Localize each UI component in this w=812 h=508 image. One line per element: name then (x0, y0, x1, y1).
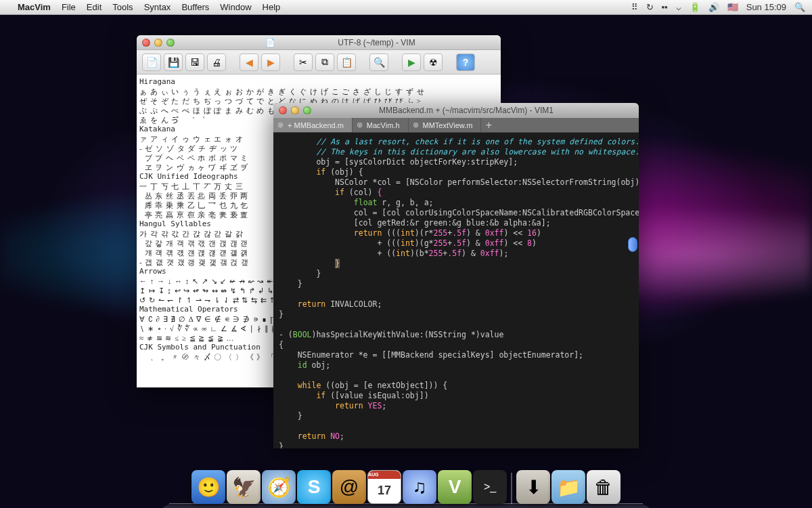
close-tab-icon[interactable]: ⊗ (413, 121, 419, 129)
close-button[interactable] (279, 106, 287, 114)
code-line: return (((int)(r*255+.5f) & 0xff) << 16) (279, 228, 633, 238)
dock-trash-icon[interactable]: 🗑 (587, 470, 621, 504)
menu-tools[interactable]: Tools (112, 2, 133, 12)
code-line: - (BOOL)hasSpecialKeyWithValue:(NSString… (279, 330, 633, 340)
scrollbar-thumb[interactable] (628, 237, 637, 252)
tab[interactable]: ⊗+ MMBackend.m (273, 118, 353, 132)
clock[interactable]: Sun 15:09 (746, 2, 786, 12)
close-tab-icon[interactable]: ⊗ (277, 121, 284, 129)
code-line: if (obj) { (279, 167, 633, 177)
print-icon[interactable]: 🖨 (207, 54, 226, 71)
code-line: NSColor *col = [NSColor performSelector:… (279, 177, 633, 188)
section-heading: Hiragana (139, 77, 498, 87)
app-menu[interactable]: MacVim (18, 2, 51, 12)
code-line: return NO; (279, 431, 633, 442)
timemachine-icon[interactable]: ↻ (646, 2, 654, 12)
volume-icon[interactable]: 🔊 (708, 2, 719, 12)
back-icon[interactable]: ◀ (240, 54, 258, 71)
code-line: } (279, 310, 633, 320)
dock-mail-icon[interactable]: @ (332, 470, 366, 504)
spotlight-icon[interactable]: 🔍 (794, 2, 805, 12)
code-line: return INVALCOLOR; (279, 299, 633, 310)
find-replace-icon[interactable]: 🔍 (369, 54, 388, 71)
tab[interactable]: ⊗MMTextView.m (409, 118, 482, 132)
minimize-button[interactable] (154, 39, 162, 47)
zoom-button[interactable] (303, 106, 311, 114)
dock-finder-icon[interactable]: 🙂 (191, 470, 225, 504)
tab-label: MMTextView.m (423, 121, 473, 129)
new-tab-button[interactable]: + (481, 118, 496, 132)
code-line (279, 289, 633, 299)
dock: 🙂🦅🧭S@17AUG♫V>_⬇📁🗑 (191, 470, 621, 504)
dock-divider (511, 473, 512, 504)
code-line: id obj; (279, 360, 633, 371)
menu-help[interactable]: Help (263, 2, 281, 12)
code-line: float r, g, b, a; (279, 198, 633, 208)
code-line: col = [col colorUsingColorSpaceName:NSCa… (279, 208, 633, 218)
menu-syntax[interactable]: Syntax (144, 2, 171, 12)
tab-label: + MMBackend.m (288, 121, 344, 129)
code-line: return YES; (279, 401, 633, 411)
window-code[interactable]: MMBackend.m + (~/macvim/src/MacVim) - VI… (273, 103, 639, 448)
zoom-button[interactable] (166, 39, 175, 47)
text-line: ぁ あ ぃ い ぅ う ぇ え ぉ お か が き ぎ く ぐ け げ こ ご … (139, 87, 498, 96)
code-line: } (279, 269, 633, 279)
dock-itunes-icon[interactable]: ♫ (403, 470, 436, 504)
forward-icon[interactable]: ▶ (261, 54, 280, 71)
help-icon[interactable]: ? (456, 54, 475, 71)
dock-safari-icon[interactable]: 🧭 (262, 470, 296, 504)
menu-buffers[interactable]: Buffers (181, 2, 209, 12)
code-line: [col getRed:&r green:&g blue:&b alpha:&a… (279, 218, 633, 228)
dock-macvim-icon[interactable]: V (438, 470, 472, 504)
save-all-icon[interactable]: 🖫 (185, 54, 204, 71)
minimize-button[interactable] (291, 106, 299, 114)
toolbar: 📄💾🖫🖨◀▶✂⧉📋🔍▶☢? (137, 50, 501, 75)
tab[interactable]: ⊗MacVim.h (353, 118, 409, 132)
bluetooth-icon[interactable]: ▪▪ (662, 2, 668, 12)
menubar: MacVim File Edit Tools Syntax Buffers Wi… (0, 0, 812, 15)
spaces-icon[interactable]: ⠿ (631, 2, 638, 12)
build-icon[interactable]: ☢ (424, 54, 443, 71)
code-line (279, 421, 633, 431)
save-icon[interactable]: 💾 (164, 54, 183, 71)
menu-file[interactable]: File (62, 2, 76, 12)
code-line (279, 320, 633, 330)
document-icon[interactable]: 📄 (142, 54, 161, 71)
titlebar[interactable]: MMBackend.m + (~/macvim/src/MacVim) - VI… (273, 103, 639, 118)
tab-label: MacVim.h (367, 121, 400, 129)
code-line: } (279, 411, 633, 421)
dock-skype-icon[interactable]: S (297, 470, 331, 504)
close-tab-icon[interactable]: ⊗ (357, 121, 363, 129)
code-line: if (col) { (279, 188, 633, 198)
window-title: UTF-8 (~/temp) - VIM (279, 38, 501, 47)
dock-folder-icon[interactable]: 📁 (551, 470, 585, 504)
cut-icon[interactable]: ✂ (294, 54, 313, 71)
dock-calendar-icon[interactable]: 17AUG (367, 470, 401, 504)
code-editor[interactable]: // As a last resort, check if it is one … (273, 133, 639, 448)
code-line: obj = [sysColorDict objectForKey:stripKe… (279, 157, 633, 167)
menu-window[interactable]: Window (220, 2, 251, 12)
dock-mail-eagle-icon[interactable]: 🦅 (227, 470, 261, 504)
tab-bar: ⊗+ MMBackend.m⊗MacVim.h⊗MMTextView.m+ (273, 118, 639, 133)
menu-edit[interactable]: Edit (87, 2, 102, 12)
wifi-icon[interactable]: ⌵ (676, 2, 681, 12)
paste-icon[interactable]: 📋 (337, 54, 356, 71)
code-line: + ((int)(b*255+.5f) & 0xff); (279, 249, 633, 259)
copy-icon[interactable]: ⧉ (315, 54, 334, 71)
code-line: + (((int)(g*255+.5f) & 0xff) << 8) (279, 238, 633, 249)
code-line: NSEnumerator *e = [[MMBackend specialKey… (279, 350, 633, 360)
flag-icon[interactable]: 🇺🇸 (727, 2, 738, 12)
code-line: } (279, 442, 633, 448)
code-line: if ([value isEqual:obj]) (279, 391, 633, 401)
run-icon[interactable]: ▶ (402, 54, 421, 71)
code-line: { (279, 340, 633, 350)
code-line: // As a last resort, check if it is one … (279, 137, 633, 147)
code-line: } (279, 259, 633, 269)
battery-icon[interactable]: 🔋 (690, 2, 700, 12)
code-line: } (279, 279, 633, 289)
code-line: while ((obj = [e nextObject])) { (279, 381, 633, 391)
titlebar[interactable]: 📄 UTF-8 (~/temp) - VIM (137, 35, 501, 50)
close-button[interactable] (142, 39, 150, 47)
dock-terminal-icon[interactable]: >_ (473, 470, 507, 504)
dock-downloads-icon[interactable]: ⬇ (516, 470, 550, 504)
